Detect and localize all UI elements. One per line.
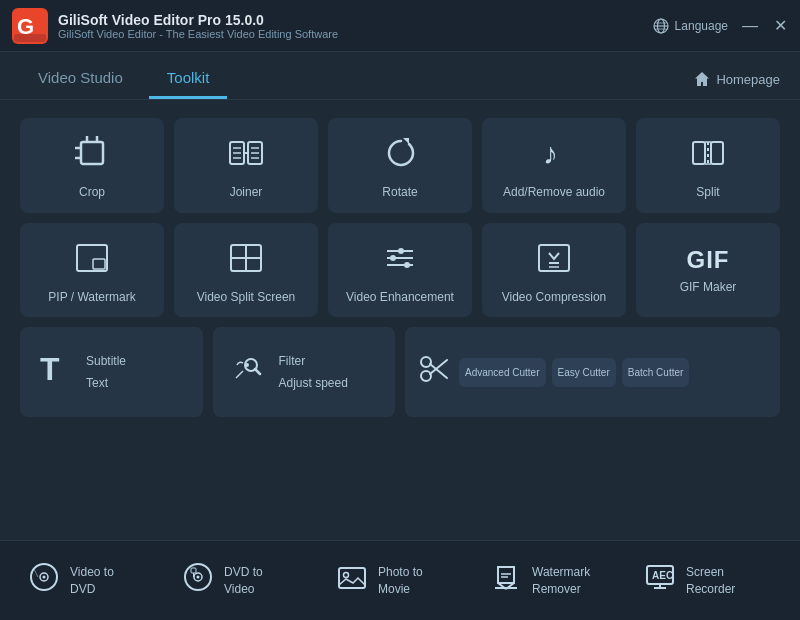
tab-video-studio[interactable]: Video Studio [20,59,141,99]
svg-point-49 [421,371,431,381]
bottom-dvd-to-video[interactable]: DVD to Video [174,553,318,608]
svg-point-61 [344,573,349,578]
compression-icon [535,239,573,282]
language-button[interactable]: Language [653,18,728,34]
filter-label: Filter [279,354,348,368]
pip-icon [73,239,111,282]
tool-pip-watermark[interactable]: PIP / Watermark [20,223,164,318]
gif-maker-label: GIF Maker [680,280,737,296]
text-label: Text [86,376,126,390]
joiner-label: Joiner [230,185,263,201]
video-enhancement-label: Video Enhancement [346,290,454,306]
screen-recorder-icon: AEC [644,561,676,600]
svg-point-37 [390,255,396,261]
tool-video-split-screen[interactable]: Video Split Screen [174,223,318,318]
bottom-watermark-remover[interactable]: Watermark Remover [482,553,626,608]
globe-icon [653,18,669,34]
screen-recorder-label: Screen Recorder [686,564,735,598]
filter-speed-icon [229,351,265,394]
crop-label: Crop [79,185,105,201]
split-icon [689,134,727,177]
tab-toolkit[interactable]: Toolkit [149,59,228,99]
video-to-dvd-icon [28,561,60,600]
tools-row1: Crop Joiner [20,118,780,213]
tool-video-compression[interactable]: Video Compression [482,223,626,318]
video-compression-label: Video Compression [502,290,607,306]
svg-rect-29 [77,245,107,271]
pip-watermark-label: PIP / Watermark [48,290,135,306]
tool-filter-speed[interactable]: Filter Adjust speed [213,327,396,417]
watermark-remover-icon [490,561,522,600]
svg-rect-24 [693,142,705,164]
tool-split[interactable]: Split [636,118,780,213]
split-label: Split [696,185,719,201]
svg-point-47 [245,363,249,367]
tools-row2: PIP / Watermark Video Split Screen [20,223,780,318]
svg-point-54 [43,576,46,579]
home-icon [694,71,710,87]
minimize-button[interactable]: — [742,18,758,34]
app-subtitle: GiliSoft Video Editor - The Easiest Vide… [58,28,653,40]
audio-icon: ♪ [535,134,573,177]
app-logo: G [12,8,48,44]
filter-speed-labels: Filter Adjust speed [279,354,348,390]
subtitle-text-icon: T [36,350,72,395]
tool-add-remove-audio[interactable]: ♪ Add/Remove audio [482,118,626,213]
tool-gif-maker[interactable]: GIF GIF Maker [636,223,780,318]
rotate-icon [381,134,419,177]
svg-line-45 [255,369,260,374]
svg-point-39 [404,262,410,268]
navbar: Video Studio Toolkit Homepage [0,52,800,100]
svg-text:AEC: AEC [652,570,673,581]
subtitle-label: Subtitle [86,354,126,368]
homepage-button[interactable]: Homepage [694,71,780,99]
subtitle-text-labels: Subtitle Text [86,354,126,390]
batch-cutter-label: Batch Cutter [628,366,684,379]
svg-point-35 [398,248,404,254]
svg-rect-58 [191,568,196,573]
dvd-to-video-icon [182,561,214,600]
easy-cutter-label: Easy Cutter [558,366,610,379]
tool-crop[interactable]: Crop [20,118,164,213]
tools-row3: T Subtitle Text Filter Adjus [20,327,780,417]
svg-line-46 [236,371,243,378]
cutter-labels: Advanced Cutter Easy Cutter Batch Cutter [459,358,689,387]
watermark-remover-label: Watermark Remover [532,564,590,598]
svg-text:♪: ♪ [543,137,558,170]
gif-icon: GIF [687,248,730,272]
titlebar-text: GiliSoft Video Editor Pro 15.0.0 GiliSof… [58,12,653,40]
svg-rect-8 [81,142,103,164]
tool-subtitle-text[interactable]: T Subtitle Text [20,327,203,417]
tool-video-enhancement[interactable]: Video Enhancement [328,223,472,318]
scissors-icon [417,352,451,393]
bottom-screen-recorder[interactable]: AEC Screen Recorder [636,553,780,608]
titlebar: G GiliSoft Video Editor Pro 15.0.0 GiliS… [0,0,800,52]
homepage-label: Homepage [716,72,780,87]
bottom-photo-to-movie[interactable]: Photo to Movie [328,553,472,608]
bottom-video-to-dvd[interactable]: Video to DVD [20,553,164,608]
language-label: Language [675,19,728,33]
svg-rect-60 [339,568,365,588]
tool-joiner[interactable]: Joiner [174,118,318,213]
svg-rect-25 [711,142,723,164]
dvd-to-video-label: DVD to Video [224,564,263,598]
photo-to-movie-label: Photo to Movie [378,564,423,598]
svg-point-57 [197,576,200,579]
close-button[interactable]: ✕ [772,18,788,34]
advanced-cutter-item[interactable]: Advanced Cutter [459,358,546,387]
batch-cutter-item[interactable]: Batch Cutter [622,358,690,387]
bottom-bar: Video to DVD DVD to Video [0,540,800,620]
easy-cutter-item[interactable]: Easy Cutter [552,358,616,387]
adjust-speed-label: Adjust speed [279,376,348,390]
video-split-screen-label: Video Split Screen [197,290,296,306]
crop-icon [73,134,111,177]
svg-marker-22 [403,138,409,144]
advanced-cutter-label: Advanced Cutter [465,366,540,379]
tool-rotate[interactable]: Rotate [328,118,472,213]
photo-to-movie-icon [336,561,368,600]
main-content: Crop Joiner [0,100,800,437]
titlebar-controls: Language — ✕ [653,18,788,34]
tool-cutters[interactable]: Advanced Cutter Easy Cutter Batch Cutter [405,327,780,417]
svg-rect-30 [93,259,105,269]
svg-point-48 [421,357,431,367]
